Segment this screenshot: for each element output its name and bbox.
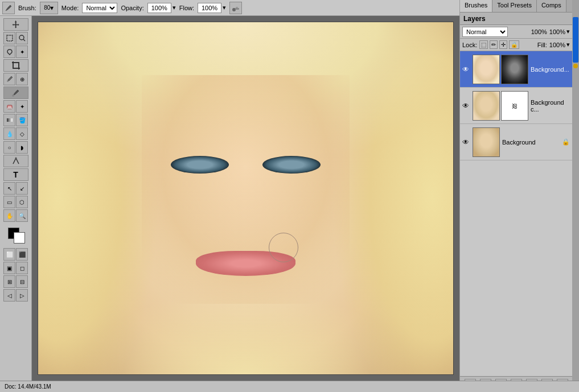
layer-2-visibility[interactable]: 👁 <box>462 102 470 110</box>
path-selection-tool[interactable]: ↖ <box>3 182 15 195</box>
pen-tool[interactable] <box>3 155 28 167</box>
svg-rect-11 <box>7 118 13 122</box>
brush-label: Brush: <box>18 5 36 11</box>
scroll-indicator <box>573 64 578 68</box>
layer-3-lock-icon: 🔒 <box>562 138 570 146</box>
svg-rect-4 <box>7 35 13 41</box>
mode-label: Mode: <box>61 5 79 11</box>
standard-mode[interactable]: ⬜ <box>3 248 15 261</box>
lock-position-icon[interactable]: ✛ <box>499 40 507 49</box>
hand-tool[interactable]: ✋ <box>3 209 15 222</box>
color-sampler-tool[interactable]: ⊕ <box>16 73 28 85</box>
sharpen-tool[interactable]: ◇ <box>16 127 28 140</box>
brush-cursor <box>269 233 298 262</box>
screen-mode-1[interactable]: ▣ <box>3 262 15 274</box>
background-color[interactable] <box>14 232 25 244</box>
tab-tool-presets[interactable]: Tool Presets <box>492 0 537 12</box>
panel-tabs: Brushes Tool Presets Comps <box>460 0 579 13</box>
right-scrollbar[interactable] <box>572 0 579 392</box>
svg-marker-3 <box>12 20 19 28</box>
background-eraser-tool[interactable]: ✦ <box>16 100 28 113</box>
lock-transparent-icon[interactable]: ⬚ <box>479 40 488 49</box>
airbrush-toggle[interactable] <box>229 2 242 14</box>
gradient-tool[interactable] <box>3 114 15 126</box>
layers-blend-row: Normal 100% 100% ▾ <box>460 25 572 39</box>
burn-tool[interactable]: ◗ <box>16 141 28 154</box>
right-panel: Brushes Tool Presets Comps Layers Normal… <box>459 0 579 392</box>
opacity-label2: 100% <box>531 28 547 35</box>
tab-brushes[interactable]: Brushes <box>460 0 492 12</box>
path-tools: ↖ ↙ <box>3 182 28 195</box>
flow-label: Flow: <box>179 5 194 11</box>
layer-2-mask: ⛓ <box>501 91 528 121</box>
brush-tool-icon[interactable] <box>2 2 15 14</box>
quick-mask-mode[interactable]: ⬛ <box>16 248 28 261</box>
brush-preset-picker[interactable]: 80▾ <box>40 2 58 14</box>
layer-blend-mode-select[interactable]: Normal <box>462 27 508 37</box>
layers-header: Layers <box>460 13 572 25</box>
rectangle-tool[interactable]: ▭ <box>3 196 15 208</box>
layers-title: Layers <box>463 15 486 23</box>
eraser-tools: ✦ <box>3 100 28 113</box>
eyedropper-tools: ⊕ <box>3 73 28 85</box>
extra-tool-2[interactable]: ⊟ <box>16 275 28 288</box>
lock-image-icon[interactable]: ✏ <box>490 40 498 49</box>
layer-opacity-arrow[interactable]: ▾ <box>566 28 570 35</box>
zoom-tool[interactable]: 🔍 <box>16 209 28 222</box>
svg-line-6 <box>23 39 25 41</box>
mask-chain-icon: ⛓ <box>512 102 518 109</box>
canvas-area <box>32 16 459 381</box>
eyedropper-tool[interactable] <box>3 73 15 85</box>
status-bar: Doc: 14.4M/43.1M <box>0 381 579 392</box>
nav-tool-1[interactable]: ◁ <box>3 289 15 302</box>
flow-arrow[interactable]: ▾ <box>223 4 226 11</box>
svg-point-7 <box>7 80 9 82</box>
color-picker[interactable] <box>3 224 28 246</box>
layer-item-3[interactable]: 👁 Background 🔒 <box>460 124 572 160</box>
layers-panel: Layers Normal 100% 100% ▾ Lock: ⬚ ✏ ✛ 🔒 … <box>460 13 572 392</box>
move-tool[interactable] <box>3 18 28 31</box>
nav-tool-2[interactable]: ▷ <box>16 289 28 302</box>
layers-lock-row: Lock: ⬚ ✏ ✛ 🔒 Fill: 100% ▾ <box>460 39 572 51</box>
layer-opacity-value: 100% <box>549 28 565 35</box>
layer-fill-arrow[interactable]: ▾ <box>566 41 570 48</box>
layer-item-1[interactable]: 👁 Background... <box>460 51 572 88</box>
svg-point-12 <box>15 158 17 159</box>
canvas-container[interactable] <box>38 22 454 375</box>
opacity-input[interactable] <box>147 3 171 13</box>
layer-2-thumbnail <box>473 91 500 121</box>
lock-all-icon[interactable]: 🔒 <box>509 40 519 49</box>
screen-mode-2[interactable]: ◻ <box>16 262 28 274</box>
lasso-tool[interactable] <box>3 46 15 58</box>
brush-size-value: 80 <box>44 5 50 11</box>
custom-shape-tool[interactable]: ⬡ <box>16 196 28 208</box>
layer-item-2[interactable]: 👁 ⛓ Background c... <box>460 88 572 124</box>
lock-label: Lock: <box>462 42 477 48</box>
direct-selection-tool[interactable]: ↙ <box>16 182 28 195</box>
layer-3-visibility[interactable]: 👁 <box>462 138 470 146</box>
blur-tools: 💧 ◇ <box>3 127 28 140</box>
flow-input[interactable] <box>198 3 221 13</box>
opacity-group: ▾ <box>147 3 176 13</box>
dodge-tools: ○ ◗ <box>3 141 28 154</box>
brush-tool[interactable] <box>3 86 28 99</box>
scroll-thumb[interactable] <box>573 17 578 63</box>
extra-tool-1[interactable]: ⊞ <box>3 275 15 288</box>
flow-group: ▾ <box>198 3 226 13</box>
crop-tool[interactable] <box>3 59 28 72</box>
rectangular-marquee-tool[interactable] <box>3 32 15 44</box>
eraser-tool[interactable] <box>3 100 15 113</box>
canvas-image <box>38 22 453 374</box>
blur-tool[interactable]: 💧 <box>3 127 15 140</box>
text-tool[interactable]: T <box>3 168 28 181</box>
svg-rect-1 <box>235 8 239 10</box>
quick-selection-tool[interactable] <box>16 32 28 44</box>
opacity-arrow[interactable]: ▾ <box>173 4 176 11</box>
magic-wand-tool[interactable]: ✦ <box>16 46 28 58</box>
layer-2-thumbs: ⛓ <box>473 91 528 121</box>
layer-1-visibility[interactable]: 👁 <box>462 65 470 73</box>
dodge-tool[interactable]: ○ <box>3 141 15 154</box>
tab-comps[interactable]: Comps <box>537 0 566 12</box>
mode-select[interactable]: Normal <box>82 3 117 13</box>
paint-bucket-tool[interactable]: 🪣 <box>16 114 28 126</box>
